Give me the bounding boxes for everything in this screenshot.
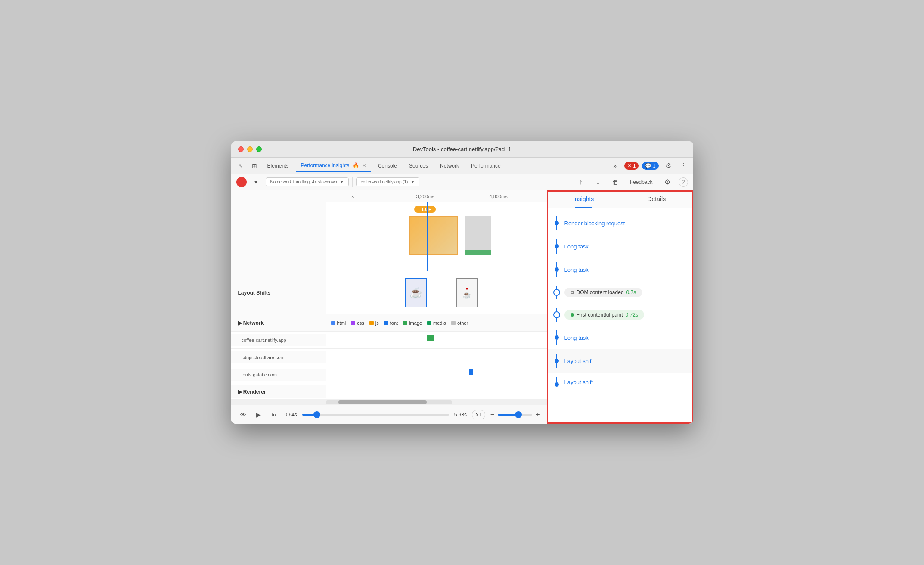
time-marker-4800: 4,800ms bbox=[490, 194, 508, 199]
layers-icon[interactable]: ⊞ bbox=[248, 160, 260, 172]
record-button[interactable] bbox=[236, 177, 247, 187]
help-icon[interactable]: ? bbox=[679, 177, 688, 187]
slider-handle[interactable] bbox=[313, 411, 320, 418]
tab-details[interactable]: Details bbox=[620, 190, 693, 208]
layout-shift-thumb-1[interactable]: ☕ bbox=[405, 278, 427, 307]
zoom-handle[interactable] bbox=[515, 411, 522, 418]
lcp-label bbox=[231, 202, 326, 271]
insight-dom-content-loaded[interactable]: DOM content loaded 0.7s bbox=[547, 281, 693, 304]
layout-shift-2-link[interactable]: Layout shift bbox=[564, 379, 593, 385]
tabbar-right: » ✕ 1 💬 1 ⚙ ⋮ bbox=[609, 160, 689, 172]
renderer-row: ▶ Renderer bbox=[231, 383, 547, 399]
insights-panel: Insights Details Render blocking request bbox=[547, 190, 693, 424]
throttling-dropdown[interactable]: No network throttling, 4× slowdown ▼ bbox=[266, 177, 349, 186]
more-tabs-icon[interactable]: » bbox=[609, 160, 621, 172]
insight-dot-5 bbox=[555, 335, 559, 340]
url-dropdown[interactable]: coffee-cart.netlify.app (1) ▼ bbox=[356, 177, 420, 186]
tab-sources[interactable]: Sources bbox=[404, 160, 433, 171]
layout-shift-thumb-2[interactable]: ■ ☕ bbox=[456, 278, 478, 307]
insight-dot-3 bbox=[555, 267, 559, 272]
zoom-out-icon[interactable]: − bbox=[490, 411, 494, 419]
maximize-button[interactable] bbox=[256, 146, 262, 152]
dashed-line-2 bbox=[463, 271, 463, 314]
time-marker-3200: 3,200ms bbox=[416, 194, 434, 199]
playback-slider[interactable] bbox=[302, 414, 449, 416]
render-blocking-link[interactable]: Render blocking request bbox=[564, 220, 625, 227]
layout-shift-1-link[interactable]: Layout shift bbox=[564, 358, 593, 364]
eye-button[interactable]: 👁 bbox=[238, 410, 248, 420]
insight-dot-1 bbox=[555, 221, 559, 225]
renderer-label: ▶ Renderer bbox=[231, 385, 326, 398]
layout-shifts-label: Layout Shifts bbox=[231, 271, 326, 314]
tab-close-icon[interactable]: ✕ bbox=[362, 163, 366, 168]
tab-network[interactable]: Network bbox=[435, 160, 464, 171]
insight-long-task-2[interactable]: Long task bbox=[547, 258, 693, 281]
legend-css: css bbox=[351, 320, 364, 326]
legend-html: html bbox=[331, 320, 346, 326]
scrollbar-thumb[interactable] bbox=[338, 400, 427, 404]
dashed-line bbox=[463, 202, 463, 271]
tab-insights[interactable]: Insights bbox=[547, 190, 620, 208]
skip-start-button[interactable]: ⏮ bbox=[269, 410, 279, 420]
speed-display[interactable]: x1 bbox=[472, 410, 485, 419]
timeline-header: s 3,200ms 4,800ms bbox=[231, 190, 547, 202]
fcp-tag: First contentful paint 0.72s bbox=[564, 310, 644, 320]
font-label: font bbox=[390, 320, 398, 326]
long-task-3-link[interactable]: Long task bbox=[564, 335, 589, 341]
lcp-bar bbox=[409, 216, 458, 255]
toolbar: ▼ No network throttling, 4× slowdown ▼ c… bbox=[231, 174, 693, 190]
lcp-badge: LCP bbox=[414, 206, 436, 213]
settings2-icon[interactable]: ⚙ bbox=[661, 176, 673, 188]
dom-content-label: DOM content loaded bbox=[577, 289, 624, 295]
main-area: s 3,200ms 4,800ms LCP bbox=[231, 190, 693, 424]
media-dot bbox=[427, 321, 431, 325]
timeline-content[interactable]: LCP bbox=[231, 202, 547, 399]
legend-media: media bbox=[427, 320, 446, 326]
insights-list[interactable]: Render blocking request Long task bbox=[547, 208, 693, 424]
network-legend: html css js bbox=[326, 314, 547, 332]
insight-long-task-3[interactable]: Long task bbox=[547, 326, 693, 349]
download-icon[interactable]: ↓ bbox=[592, 176, 604, 188]
more-options-icon[interactable]: ⋮ bbox=[678, 160, 690, 172]
insight-render-blocking[interactable]: Render blocking request bbox=[547, 211, 693, 235]
css-label: css bbox=[357, 320, 364, 326]
titlebar: DevTools - coffee-cart.netlify.app/?ad=1 bbox=[231, 141, 693, 158]
zoom-in-icon[interactable]: + bbox=[536, 411, 540, 419]
insight-layout-shift-2[interactable]: Layout shift bbox=[547, 373, 693, 391]
long-task-1-link[interactable]: Long task bbox=[564, 243, 589, 250]
layout-shifts-row: Layout Shifts ☕ ■ ☕ bbox=[231, 271, 547, 314]
tab-elements[interactable]: Elements bbox=[262, 160, 294, 171]
css-dot bbox=[351, 321, 355, 325]
insight-fcp[interactable]: First contentful paint 0.72s bbox=[547, 304, 693, 326]
network-row-2: cdnjs.cloudflare.com bbox=[231, 349, 547, 366]
upload-icon[interactable]: ↑ bbox=[575, 176, 587, 188]
gray-bar bbox=[465, 216, 492, 255]
network-row-3-label: fonts.gstatic.com bbox=[231, 369, 326, 381]
tab-console[interactable]: Console bbox=[373, 160, 402, 171]
insights-tabs: Insights Details bbox=[547, 190, 693, 208]
minimize-button[interactable] bbox=[247, 146, 253, 152]
insight-long-task-1[interactable]: Long task bbox=[547, 235, 693, 258]
bottom-scrollbar[interactable] bbox=[231, 399, 547, 405]
legend-font: font bbox=[384, 320, 398, 326]
end-time: 5.93s bbox=[454, 412, 467, 418]
window-title: DevTools - coffee-cart.netlify.app/?ad=1 bbox=[413, 146, 511, 152]
long-task-2-link[interactable]: Long task bbox=[564, 267, 589, 273]
play-button[interactable]: ▶ bbox=[254, 410, 264, 420]
network-row-3-content bbox=[326, 366, 547, 383]
delete-icon[interactable]: 🗑 bbox=[609, 176, 621, 188]
close-button[interactable] bbox=[238, 146, 244, 152]
legend-other: other bbox=[451, 320, 468, 326]
tab-performance[interactable]: Performance bbox=[466, 160, 506, 171]
settings-icon[interactable]: ⚙ bbox=[662, 160, 674, 172]
record-dropdown-icon[interactable]: ▼ bbox=[250, 176, 262, 188]
legend-js: js bbox=[369, 320, 379, 326]
feedback-button[interactable]: Feedback bbox=[626, 177, 656, 187]
zoom-slider[interactable] bbox=[498, 414, 532, 416]
tab-performance-insights[interactable]: Performance insights 🔥 ✕ bbox=[296, 160, 371, 172]
insight-layout-shift-1[interactable]: Layout shift bbox=[547, 349, 693, 373]
circle-empty-2 bbox=[553, 311, 560, 318]
cursor-icon[interactable]: ↖ bbox=[235, 160, 247, 172]
scrollbar-track[interactable] bbox=[326, 400, 452, 404]
js-label: js bbox=[375, 320, 379, 326]
